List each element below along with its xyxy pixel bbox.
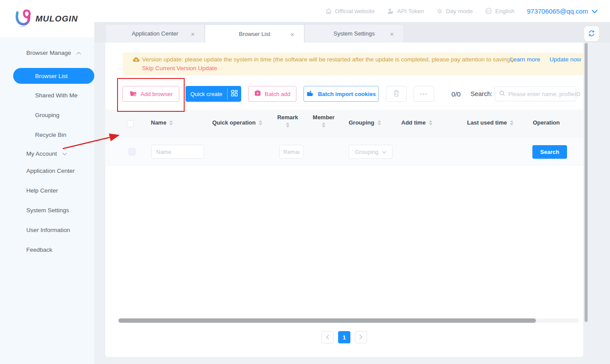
browser-list-panel: Version update: please update the system… [105, 43, 583, 357]
account-email: 973706065@qq.com [527, 7, 589, 15]
sidebar-item-system-settings[interactable]: System Settings [0, 204, 94, 217]
sidebar-item-browser-list[interactable]: Browser List [13, 68, 94, 84]
sidebar-item-shared-with-me[interactable]: Shared With Me [0, 89, 94, 102]
filter-checkbox[interactable] [128, 148, 136, 155]
sort-icon[interactable] [286, 122, 289, 128]
official-website-label: Official website [335, 8, 375, 14]
add-browser-label: Add browser [141, 91, 173, 97]
refresh-button[interactable] [584, 26, 599, 41]
batch-import-cookies-button[interactable]: Batch import cookies [303, 86, 379, 102]
quick-create-button[interactable]: Quick create [185, 86, 241, 102]
skip-version-link[interactable]: Skip Current Version Update [142, 65, 217, 71]
sidebar-item-label: User Information [26, 224, 70, 236]
grouping-select-value: Grouping [355, 149, 378, 155]
tab-label: System Settings [334, 30, 375, 37]
home-icon [325, 8, 332, 14]
sidebar-item-label: Shared With Me [35, 89, 78, 102]
filter-grouping-select[interactable]: Grouping [349, 145, 392, 159]
sidebar-item-label: Application Center [26, 165, 75, 177]
banner-close-icon[interactable]: × [577, 56, 581, 63]
language-en-icon: En [485, 7, 492, 14]
current-page-button[interactable]: 1 [338, 331, 350, 343]
search-input[interactable] [508, 91, 585, 97]
tab-browser-list[interactable]: Browser List × [205, 24, 304, 43]
more-actions-button[interactable]: ••• [414, 86, 434, 102]
sidebar-item-label: Recycle Bin [35, 129, 66, 141]
sidebar: Browser Manage Browser List Shared With … [0, 37, 94, 364]
sidebar-item-recycle-bin[interactable]: Recycle Bin [0, 129, 94, 141]
logo-area: MULOGIN [0, 0, 94, 37]
quick-create-menu-button[interactable] [228, 86, 241, 102]
batch-import-cookies-label: Batch import cookies [318, 91, 376, 97]
filter-name-input[interactable] [151, 145, 204, 159]
chevron-right-icon [359, 334, 363, 341]
chevron-down-icon [382, 149, 386, 155]
sidebar-group-my-account[interactable]: My Account [0, 148, 94, 160]
column-label: Quick operation [212, 119, 256, 126]
chevron-left-icon [326, 334, 329, 341]
column-label: Last used time [467, 119, 507, 126]
sidebar-item-label: System Settings [26, 204, 69, 217]
column-label: Name [151, 119, 166, 126]
select-all-checkbox[interactable] [127, 120, 134, 127]
sidebar-item-user-information[interactable]: User Information [0, 224, 94, 236]
column-header-grouping[interactable]: Grouping [349, 119, 381, 126]
toolbar-search-box[interactable] [495, 86, 576, 101]
column-header-name[interactable]: Name [151, 119, 173, 126]
account-menu[interactable]: 973706065@qq.com [527, 7, 598, 15]
mulogin-logo-mark-icon [14, 8, 31, 29]
sort-icon[interactable] [322, 122, 325, 128]
quick-create-label[interactable]: Quick create [185, 86, 227, 102]
version-update-banner: Version update: please update the system… [123, 53, 583, 75]
official-website-link[interactable]: Official website [325, 8, 375, 14]
sidebar-item-help-center[interactable]: Help Center [0, 185, 94, 197]
column-header-member[interactable]: Member [306, 114, 341, 128]
sidebar-item-feedback[interactable]: Feedback [0, 244, 94, 256]
vertical-scrollbar-thumb[interactable] [585, 43, 588, 322]
close-icon[interactable]: × [290, 31, 294, 37]
next-page-button[interactable] [355, 331, 367, 343]
brand-name: MULOGIN [36, 14, 78, 24]
column-header-last-used-time[interactable]: Last used time [467, 119, 514, 126]
column-header-remark[interactable]: Remark [270, 114, 305, 128]
grid-icon [231, 89, 238, 98]
update-now-link[interactable]: Update now [549, 56, 581, 63]
language-label: English [495, 8, 514, 14]
sidebar-group-browser-manage[interactable]: Browser Manage [0, 47, 94, 59]
sort-icon[interactable] [429, 120, 432, 125]
refresh-icon [588, 29, 596, 39]
day-mode-label: Day mode [446, 8, 473, 14]
top-nav: Official website API Token Day mode En E… [325, 0, 598, 22]
horizontal-scrollbar-thumb[interactable] [118, 318, 536, 323]
add-browser-button[interactable]: Add browser [122, 86, 179, 102]
sort-icon[interactable] [259, 120, 262, 125]
filter-search-button[interactable]: Search [532, 145, 567, 159]
column-label: Member [313, 114, 335, 121]
batch-add-button[interactable]: Batch add [248, 86, 296, 102]
sidebar-item-grouping[interactable]: Grouping [0, 109, 94, 121]
plus-box-icon [254, 90, 261, 98]
api-token-link[interactable]: API Token [387, 8, 424, 14]
sort-icon[interactable] [510, 120, 514, 125]
learn-more-link[interactable]: Learn more [510, 56, 540, 63]
previous-page-button[interactable] [321, 331, 334, 343]
trash-icon [393, 89, 400, 98]
column-header-quick-operation[interactable]: Quick operation [212, 119, 262, 126]
filter-remark-input[interactable] [279, 145, 303, 159]
close-icon[interactable]: × [390, 30, 394, 37]
sun-icon [436, 8, 443, 14]
delete-button[interactable] [386, 86, 407, 102]
language-selector[interactable]: En English [485, 7, 514, 14]
table-filter-row: Grouping Search [105, 138, 583, 165]
day-mode-toggle[interactable]: Day mode [436, 8, 473, 14]
chevron-up-icon [76, 47, 81, 59]
tab-application-center[interactable]: Application Center × [105, 24, 205, 43]
sidebar-item-application-center[interactable]: Application Center [0, 165, 94, 177]
column-label: Add time [401, 119, 426, 126]
mulogin-logo: MULOGIN [14, 8, 78, 29]
close-icon[interactable]: × [191, 30, 195, 37]
column-header-add-time[interactable]: Add time [401, 119, 432, 126]
tab-system-settings[interactable]: System Settings × [304, 24, 404, 43]
sort-icon[interactable] [378, 120, 381, 125]
sort-icon[interactable] [169, 120, 173, 125]
